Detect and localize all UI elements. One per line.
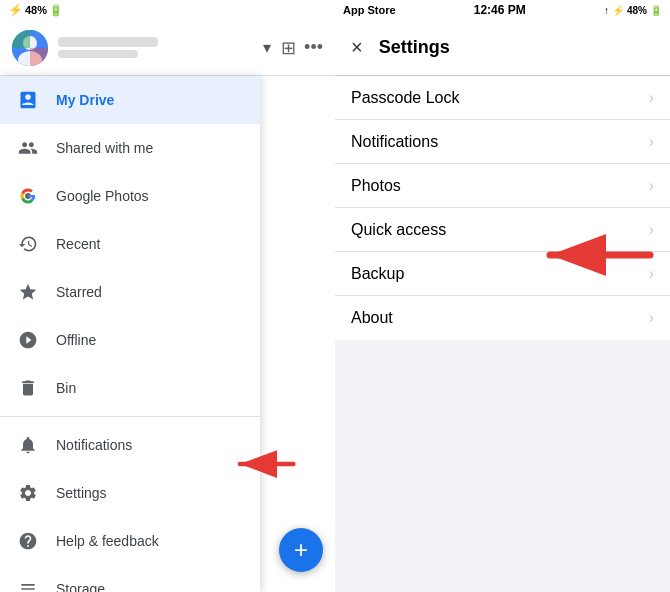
google-photos-icon: [16, 184, 40, 208]
left-status-bar: ⚡ 48% 🔋: [0, 0, 335, 20]
settings-header: × Settings: [335, 20, 670, 76]
sidebar-label-recent: Recent: [56, 236, 100, 252]
main-container: ⚡ 48% 🔋 ▾ ⊞ •••: [0, 0, 670, 592]
settings-item-passcode-lock[interactable]: Passcode Lock ›: [335, 76, 670, 120]
time-display: 12:46 PM: [474, 3, 526, 17]
red-arrow-settings: [220, 444, 300, 484]
sidebar-label-bin: Bin: [56, 380, 76, 396]
chevron-down-icon[interactable]: ▾: [263, 38, 271, 57]
sidebar-item-google-photos[interactable]: Google Photos: [0, 172, 260, 220]
battery-right-icon: 🔋: [650, 5, 662, 16]
bluetooth-right-icon: ⚡: [612, 5, 624, 16]
sidebar-label-storage: Storage: [56, 581, 105, 592]
left-panel: ⚡ 48% 🔋 ▾ ⊞ •••: [0, 0, 335, 592]
sidebar-item-storage[interactable]: Storage: [0, 565, 260, 592]
drive-user-sub: [58, 50, 138, 58]
right-status-bar: App Store 12:46 PM ↑ ⚡ 48% 🔋: [335, 0, 670, 20]
about-chevron-icon: ›: [649, 309, 654, 327]
drive-header-icons: ⊞ •••: [281, 37, 323, 59]
drive-title-area: [58, 37, 253, 58]
sidebar-label-settings: Settings: [56, 485, 107, 501]
passcode-chevron-icon: ›: [649, 89, 654, 107]
sidebar-label-google-photos: Google Photos: [56, 188, 149, 204]
fab-button[interactable]: +: [279, 528, 323, 572]
settings-item-photos[interactable]: Photos ›: [335, 164, 670, 208]
recent-icon: [16, 232, 40, 256]
sidebar-label-help: Help & feedback: [56, 533, 159, 549]
sidebar-label-shared: Shared with me: [56, 140, 153, 156]
offline-icon: [16, 328, 40, 352]
avatar[interactable]: [12, 30, 48, 66]
starred-icon: [16, 280, 40, 304]
battery-icon-left: 🔋: [49, 4, 63, 17]
location-icon: ↑: [604, 5, 609, 16]
sidebar-item-recent[interactable]: Recent: [0, 220, 260, 268]
passcode-lock-label: Passcode Lock: [351, 89, 460, 107]
about-label: About: [351, 309, 393, 327]
grid-icon[interactable]: ⊞: [281, 37, 296, 59]
sidebar-item-help[interactable]: Help & feedback: [0, 517, 260, 565]
bin-icon: [16, 376, 40, 400]
settings-title: Settings: [379, 37, 450, 58]
close-button[interactable]: ×: [351, 36, 363, 59]
settings-item-about[interactable]: About ›: [335, 296, 670, 340]
notifications-icon: [16, 433, 40, 457]
sidebar-item-bin[interactable]: Bin: [0, 364, 260, 412]
settings-icon: [16, 481, 40, 505]
help-icon: [16, 529, 40, 553]
svg-rect-4: [30, 48, 48, 66]
right-panel: App Store 12:46 PM ↑ ⚡ 48% 🔋 × Settings …: [335, 0, 670, 592]
sidebar-label-starred: Starred: [56, 284, 102, 300]
backup-label: Backup: [351, 265, 404, 283]
sidebar-label-my-drive: My Drive: [56, 92, 114, 108]
photos-label: Photos: [351, 177, 401, 195]
red-arrow-backup: [530, 230, 660, 280]
photos-chevron-icon: ›: [649, 177, 654, 195]
sidebar-item-offline[interactable]: Offline: [0, 316, 260, 364]
shared-with-me-icon: [16, 136, 40, 160]
svg-rect-3: [12, 30, 30, 48]
drive-header: ▾ ⊞ •••: [0, 20, 335, 76]
sidebar: My Drive Shared with me Google Photos Re…: [0, 76, 260, 592]
settings-list: Passcode Lock › Notifications › Photos ›…: [335, 76, 670, 340]
sidebar-item-starred[interactable]: Starred: [0, 268, 260, 316]
app-store-label: App Store: [343, 4, 396, 16]
sidebar-item-shared-with-me[interactable]: Shared with me: [0, 124, 260, 172]
bluetooth-icon: ⚡: [8, 3, 23, 17]
settings-item-notifications[interactable]: Notifications ›: [335, 120, 670, 164]
status-icons: ↑ ⚡ 48% 🔋: [604, 5, 662, 16]
drive-user-name: [58, 37, 158, 47]
battery-right: 48%: [627, 5, 647, 16]
notifications-chevron-icon: ›: [649, 133, 654, 151]
storage-icon: [16, 577, 40, 592]
sidebar-label-notifications: Notifications: [56, 437, 132, 453]
sidebar-label-offline: Offline: [56, 332, 96, 348]
more-icon[interactable]: •••: [304, 37, 323, 58]
battery-left: 48%: [25, 4, 47, 16]
quick-access-label: Quick access: [351, 221, 446, 239]
sidebar-item-my-drive[interactable]: My Drive: [0, 76, 260, 124]
my-drive-icon: [16, 88, 40, 112]
notifications-label: Notifications: [351, 133, 438, 151]
